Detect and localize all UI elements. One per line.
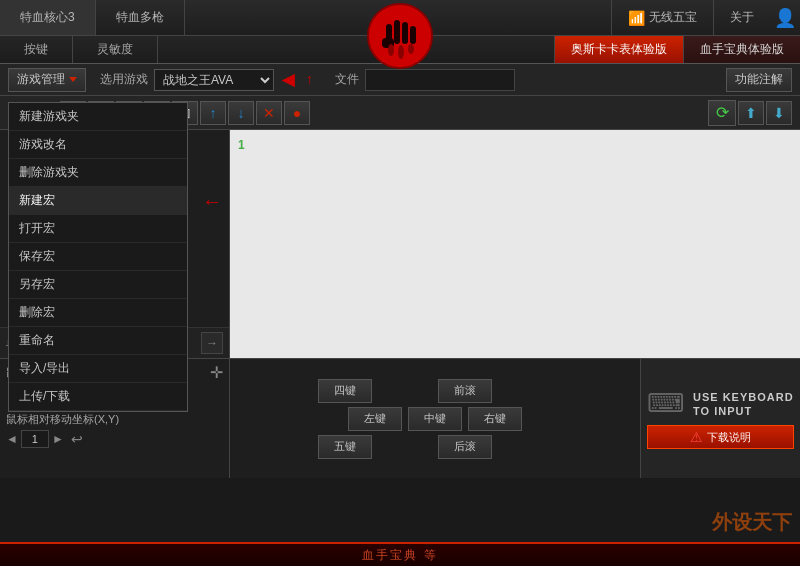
empty-slot-2 [498, 379, 552, 403]
menu-new-folder[interactable]: 新建游戏夹 [9, 103, 187, 131]
mouse-row-1: 四键 前滚 [238, 379, 632, 403]
svg-point-6 [388, 44, 394, 56]
mouse-buttons-panel: 四键 前滚 左键 中键 右键 五键 后滚 [230, 359, 640, 478]
watermark: 外设天下 [712, 509, 792, 536]
sub-tab-oscar[interactable]: 奥斯卡卡表体验版 [554, 36, 683, 63]
rel-x-left-arrow[interactable]: ◄ [6, 432, 18, 446]
bottom-bar: 血手宝典 等 [0, 542, 800, 566]
btn-four[interactable]: 四键 [318, 379, 372, 403]
logo [366, 2, 434, 73]
sub-tab-keys[interactable]: 按键 [0, 36, 73, 63]
dropdown-arrow-icon [69, 77, 77, 82]
nav-tab-wifi[interactable]: 📶 无线五宝 [611, 0, 713, 36]
red-arrow-indicator: ← [202, 189, 222, 212]
arrow-down-icon-btn[interactable]: ⬇ [766, 101, 792, 125]
btn-left[interactable]: 左键 [348, 407, 402, 431]
sub-tab-blood[interactable]: 血手宝典体验版 [683, 36, 800, 63]
btn-scroll-down[interactable]: 后滚 [438, 435, 492, 459]
mouse-row-2: 左键 中键 右键 [238, 407, 632, 431]
time-arrow-btn[interactable]: → [201, 332, 223, 354]
btn-right[interactable]: 右键 [468, 407, 522, 431]
menu-new-macro[interactable]: 新建宏 ← [9, 187, 187, 215]
dropdown-menu: 新建游戏夹 游戏改名 删除游戏夹 新建宏 ← 打开宏 保存宏 另存宏 删除宏 重… [8, 102, 188, 412]
right-panel: 1 [230, 130, 800, 358]
keyboard-icon: ⌨ [647, 388, 685, 419]
rel-cursor-icon[interactable]: ↩ [71, 431, 83, 447]
close-icon-btn[interactable]: ✕ [256, 101, 282, 125]
file-label: 文件 [335, 71, 359, 88]
rotate-icon-btn[interactable]: ⟳ [708, 100, 736, 126]
nav-tab-1[interactable]: 特血核心3 [0, 0, 96, 35]
bottom-bar-text: 血手宝典 等 [362, 547, 437, 564]
btn-five[interactable]: 五键 [318, 435, 372, 459]
svg-rect-4 [410, 26, 416, 44]
wifi-icon: 📶 [628, 10, 645, 26]
download-icon-btn[interactable]: ↓ [228, 101, 254, 125]
nav-right: 📶 无线五宝 关于 👤 [611, 0, 800, 36]
menu-delete-macro[interactable]: 删除宏 [9, 299, 187, 327]
empty-slot-4 [498, 435, 552, 459]
script-editor[interactable]: 1 [230, 130, 800, 358]
btn-middle[interactable]: 中键 [408, 407, 462, 431]
red-arrow-top: ↑ [306, 71, 313, 87]
top-nav: 特血核心3 特血多枪 📶 无线五宝 关于 👤 [0, 0, 800, 36]
rel-x-right-arrow[interactable]: ► [52, 432, 64, 446]
svg-rect-2 [394, 20, 400, 44]
btn-scroll-up[interactable]: 前滚 [438, 379, 492, 403]
rel-label-row: 鼠标相对移动坐标(X,Y) [6, 412, 223, 427]
keyboard-icon-area: ⌨ USE KEYBOARD TO INPUT [647, 388, 794, 419]
menu-open-macro[interactable]: 打开宏 [9, 215, 187, 243]
icon-right-group: ⟳ ⬆ ⬇ [708, 100, 792, 126]
move-icon[interactable]: ✛ [210, 363, 223, 382]
menu-rename-game[interactable]: 游戏改名 [9, 131, 187, 159]
menu-save-macro[interactable]: 保存宏 [9, 243, 187, 271]
func-note-button[interactable]: 功能注解 [726, 68, 792, 92]
warning-icon: ⚠ [690, 429, 703, 445]
menu-upload-download[interactable]: 上传/下载 [9, 383, 187, 411]
menu-delete-folder[interactable]: 删除游戏夹 [9, 159, 187, 187]
download-button[interactable]: ⚠ 下载说明 [647, 425, 794, 449]
svg-point-7 [398, 45, 404, 59]
rel-label: 鼠标相对移动坐标(X,Y) [6, 412, 119, 427]
upload-icon-btn[interactable]: ↑ [200, 101, 226, 125]
menu-save-as-macro[interactable]: 另存宏 [9, 271, 187, 299]
nav-tab-about[interactable]: 关于 [713, 0, 770, 36]
record-icon-btn[interactable]: ● [284, 101, 310, 125]
keyboard-panel: ⌨ USE KEYBOARD TO INPUT ⚠ 下载说明 [640, 359, 800, 478]
sub-tab-sensitivity[interactable]: 灵敏度 [73, 36, 158, 63]
line-number-1: 1 [238, 138, 245, 152]
select-arrow-icon: ◀ [282, 70, 294, 89]
arrow-up-icon-btn[interactable]: ⬆ [738, 101, 764, 125]
rel-coord-row: ◄ ► ↩ [6, 430, 223, 448]
svg-rect-3 [402, 22, 408, 44]
mouse-row-3: 五键 后滚 [238, 435, 632, 459]
menu-rename-macro[interactable]: 重命名 [9, 327, 187, 355]
nav-tab-2[interactable]: 特血多枪 [96, 0, 185, 35]
game-manage-button[interactable]: 游戏管理 [8, 68, 86, 92]
rel-x-input[interactable] [21, 430, 49, 448]
select-game-label: 选用游戏 [100, 71, 148, 88]
keyboard-text: USE KEYBOARD TO INPUT [693, 390, 794, 418]
menu-import-export[interactable]: 导入/导出 [9, 355, 187, 383]
empty-slot-3 [378, 435, 432, 459]
user-icon[interactable]: 👤 [770, 0, 800, 36]
game-select[interactable]: 战地之王AVA [154, 69, 274, 91]
empty-slot-1 [378, 379, 432, 403]
svg-point-8 [408, 44, 414, 54]
